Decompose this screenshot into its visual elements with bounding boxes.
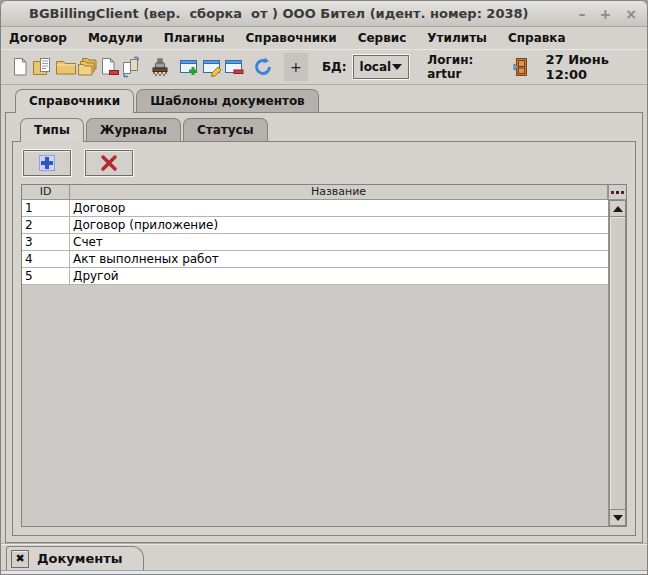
cell-id: 2: [22, 217, 70, 233]
window-edit-icon: [201, 56, 223, 78]
window-remove-icon: [223, 56, 245, 78]
window-edit-button[interactable]: [200, 54, 222, 80]
db-select[interactable]: local: [353, 55, 410, 79]
menu-bar: Договор Модули Плагины Справочники Серви…: [1, 27, 647, 49]
menu-utility[interactable]: Утилиты: [427, 31, 487, 45]
types-table: ID Название 1 Договор 2 Договор (приложе…: [21, 184, 627, 527]
cell-name: Счет: [70, 234, 608, 250]
db-label: БД:: [322, 60, 347, 74]
table-row[interactable]: 1 Договор: [22, 200, 608, 217]
open-document-icon: [31, 56, 53, 78]
main-area: Справочники Шаблоны документов Типы Журн…: [1, 85, 647, 543]
scroll-up-button[interactable]: [609, 200, 626, 217]
menu-plaginy[interactable]: Плагины: [164, 31, 225, 45]
window-bottom-edge: [1, 570, 647, 574]
menu-dogovor[interactable]: Договор: [9, 31, 67, 45]
spravochniki-panel: Типы Журналы Статусы: [5, 112, 643, 543]
menu-spravochniki[interactable]: Справочники: [246, 31, 337, 45]
table-empty-area: [22, 285, 608, 526]
table-row[interactable]: 5 Другой: [22, 268, 608, 285]
tab-dokumenty[interactable]: ✖ Документы: [6, 546, 144, 570]
arrow-down-icon: [613, 515, 623, 521]
app-window: BGBillingClient (вер. сборка от ) ООО Би…: [0, 0, 648, 575]
refresh-icon: [252, 56, 274, 78]
title-bar: BGBillingClient (вер. сборка от ) ООО Би…: [1, 1, 647, 27]
login-label: Логин: artur: [427, 53, 499, 81]
tab-tipy[interactable]: Типы: [20, 118, 84, 142]
door-exit-icon: [512, 56, 532, 78]
plus-icon: [38, 154, 56, 172]
copy-documents-icon: [120, 56, 142, 78]
folder-icon: [54, 56, 76, 78]
close-tab-button[interactable]: ✖: [11, 550, 29, 568]
table-header: ID Название: [22, 185, 608, 200]
cell-id: 5: [22, 268, 70, 284]
red-x-icon: [100, 154, 118, 172]
folders-button[interactable]: [76, 54, 98, 80]
menu-servis[interactable]: Сервис: [358, 31, 407, 45]
cell-name: Договор (приложение): [70, 217, 608, 233]
dropdown-arrow-icon: [392, 64, 402, 70]
remove-document-icon: [98, 56, 120, 78]
new-document-icon: [9, 56, 31, 78]
tab-zhurnaly[interactable]: Журналы: [86, 118, 181, 141]
bottom-tab-label: Документы: [37, 551, 123, 566]
bottom-bar: ✖ Документы: [1, 543, 647, 574]
cell-name: Другой: [70, 268, 608, 284]
maximize-button[interactable]: +: [600, 7, 612, 21]
refresh-button[interactable]: [252, 54, 274, 80]
tab-spravochniki[interactable]: Справочники: [15, 89, 134, 113]
cell-id: 4: [22, 251, 70, 267]
add-button[interactable]: [23, 150, 71, 176]
table-body: ID Название 1 Договор 2 Договор (приложе…: [22, 185, 608, 526]
toolbar: + БД: local Логин: artur 27 Июнь 12:00: [1, 49, 647, 85]
datetime-label: 27 Июнь 12:00: [546, 52, 639, 82]
window-title: BGBillingClient (вер. сборка от ) ООО Би…: [29, 6, 579, 21]
action-button-row: [21, 148, 627, 184]
scrollbar-thumb[interactable]: [609, 217, 626, 509]
more-columns-icon: [611, 191, 614, 194]
stamp-button[interactable]: [149, 54, 171, 80]
open-document-button[interactable]: [31, 54, 53, 80]
col-header-name[interactable]: Название: [70, 185, 608, 200]
window-add-icon: [178, 56, 200, 78]
window-controls: – + ×: [579, 7, 637, 21]
cell-name: Акт выполненых работ: [70, 251, 608, 267]
cell-id: 1: [22, 200, 70, 216]
folder-button[interactable]: [53, 54, 75, 80]
table-side-column: [608, 185, 626, 526]
toolbar-plus-button[interactable]: +: [284, 53, 308, 81]
window-remove-button[interactable]: [223, 54, 245, 80]
exit-button[interactable]: [511, 54, 533, 80]
table-scrollbar[interactable]: [609, 200, 626, 526]
delete-button[interactable]: [85, 150, 133, 176]
cell-id: 3: [22, 234, 70, 250]
column-settings-button[interactable]: [609, 185, 626, 200]
inner-tab-bar: Типы Журналы Статусы: [12, 118, 636, 141]
menu-spravka[interactable]: Справка: [508, 31, 566, 45]
col-header-id[interactable]: ID: [22, 185, 70, 200]
new-document-button[interactable]: [9, 54, 31, 80]
folders-icon: [76, 56, 98, 78]
db-selected-value: local: [360, 60, 393, 74]
close-button[interactable]: ×: [625, 7, 637, 21]
window-add-button[interactable]: [178, 54, 200, 80]
scroll-down-button[interactable]: [609, 509, 626, 526]
copy-documents-button[interactable]: [120, 54, 142, 80]
table-row[interactable]: 2 Договор (приложение): [22, 217, 608, 234]
tab-statusy[interactable]: Статусы: [183, 118, 268, 141]
cell-name: Договор: [70, 200, 608, 216]
minimize-button[interactable]: –: [579, 7, 586, 21]
arrow-up-icon: [613, 206, 623, 212]
remove-document-button[interactable]: [98, 54, 120, 80]
stamp-icon: [149, 56, 171, 78]
table-row[interactable]: 3 Счет: [22, 234, 608, 251]
table-row[interactable]: 4 Акт выполненых работ: [22, 251, 608, 268]
menu-moduli[interactable]: Модули: [88, 31, 143, 45]
outer-tab-bar: Справочники Шаблоны документов: [5, 89, 643, 112]
tab-shablony-dokumentov[interactable]: Шаблоны документов: [136, 89, 319, 112]
bottom-tab-bar: ✖ Документы: [1, 543, 647, 570]
tipy-panel: ID Название 1 Договор 2 Договор (приложе…: [12, 141, 636, 536]
